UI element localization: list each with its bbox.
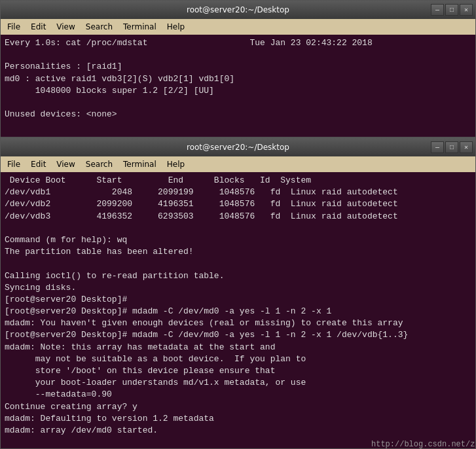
window-title-1: root@server20:~/Desktop <box>187 5 289 14</box>
window-title-2: root@server20:~/Desktop <box>187 143 289 152</box>
menu-help-1[interactable]: Help <box>163 21 189 33</box>
close-btn-1[interactable]: ✕ <box>460 4 473 16</box>
menu-view-2[interactable]: View <box>52 158 79 170</box>
terminal-content-2: Device Boot Start End Blocks Id System /… <box>1 172 475 448</box>
close-btn-2[interactable]: ✕ <box>460 141 473 153</box>
menu-search-1[interactable]: Search <box>82 21 117 33</box>
window-controls-2[interactable]: — □ ✕ <box>431 141 473 153</box>
maximize-btn-1[interactable]: □ <box>445 4 458 16</box>
menu-bar-1: File Edit View Search Terminal Help <box>1 19 475 35</box>
window-controls-1[interactable]: — □ ✕ <box>431 4 473 16</box>
terminal-window-2: root@server20:~/Desktop — □ ✕ File Edit … <box>0 137 476 449</box>
menu-view-1[interactable]: View <box>52 21 79 33</box>
menu-bar-2: File Edit View Search Terminal Help <box>1 156 475 172</box>
menu-file-2[interactable]: File <box>3 158 24 170</box>
menu-edit-2[interactable]: Edit <box>27 158 50 170</box>
menu-terminal-2[interactable]: Terminal <box>119 158 160 170</box>
menu-terminal-1[interactable]: Terminal <box>119 21 160 33</box>
minimize-btn-2[interactable]: — <box>431 141 444 153</box>
menu-edit-1[interactable]: Edit <box>27 21 50 33</box>
watermark: http://blog.csdn.net/zgc546775956 <box>371 439 475 448</box>
title-bar-2: root@server20:~/Desktop — □ ✕ <box>1 138 475 156</box>
terminal-window-1: root@server20:~/Desktop — □ ✕ File Edit … <box>0 0 476 137</box>
terminal-content-1: Every 1.0s: cat /proc/mdstat Tue Jan 23 … <box>1 35 475 137</box>
menu-file-1[interactable]: File <box>3 21 24 33</box>
title-bar-1: root@server20:~/Desktop — □ ✕ <box>1 1 475 19</box>
minimize-btn-1[interactable]: — <box>431 4 444 16</box>
menu-search-2[interactable]: Search <box>82 158 117 170</box>
menu-help-2[interactable]: Help <box>163 158 189 170</box>
maximize-btn-2[interactable]: □ <box>445 141 458 153</box>
